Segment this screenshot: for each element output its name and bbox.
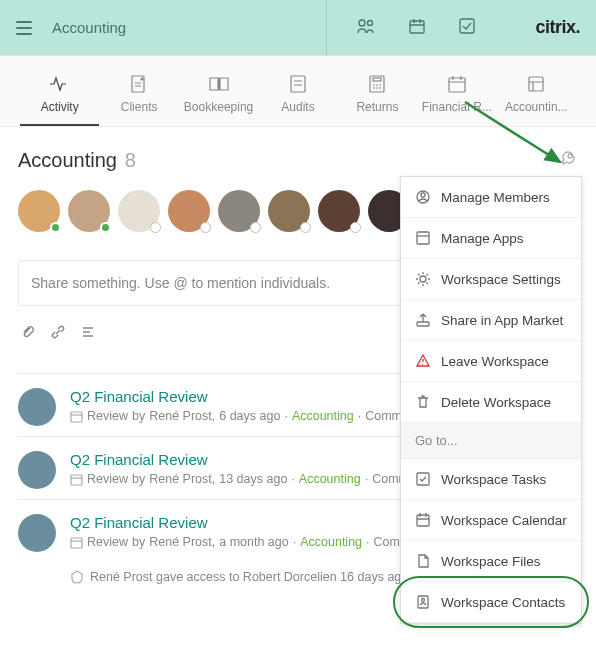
dd-label: Manage Apps — [441, 231, 524, 246]
divider — [326, 0, 327, 56]
dd-workspace-calendar[interactable]: Workspace Calendar — [401, 500, 581, 541]
tab-financial[interactable]: Financial R... — [417, 74, 496, 126]
svg-rect-22 — [417, 515, 429, 526]
dd-workspace-tasks[interactable]: Workspace Tasks — [401, 459, 581, 500]
svg-point-0 — [359, 20, 365, 26]
link-icon[interactable] — [50, 324, 66, 343]
avatar[interactable] — [168, 190, 210, 232]
tab-returns[interactable]: Returns — [338, 74, 417, 126]
calendar-icon[interactable] — [409, 18, 425, 37]
feed-author: René Prost, — [149, 409, 215, 423]
tab-label: Audits — [281, 100, 314, 114]
tab-label: Accountin... — [505, 100, 568, 114]
feed-workspace-link[interactable]: Accounting — [300, 535, 362, 549]
calendar-icon — [70, 410, 83, 423]
status-offline-icon — [150, 222, 161, 233]
tab-label: Clients — [121, 100, 158, 114]
tab-bookkeeping[interactable]: Bookkeeping — [179, 74, 258, 126]
svg-rect-21 — [417, 473, 429, 485]
dd-manage-apps[interactable]: Manage Apps — [401, 218, 581, 259]
svg-rect-13 — [71, 412, 82, 422]
dot: · — [284, 409, 287, 423]
dd-workspace-contacts[interactable]: Workspace Contacts — [401, 582, 581, 623]
dd-label: Share in App Market — [441, 313, 563, 328]
calendar-icon — [70, 473, 83, 486]
dot: · — [291, 472, 294, 486]
avatar[interactable] — [18, 388, 56, 426]
tab-label: Bookkeeping — [184, 100, 253, 114]
check-icon[interactable] — [459, 18, 475, 37]
dd-manage-members[interactable]: Manage Members — [401, 177, 581, 218]
svg-point-19 — [420, 276, 426, 282]
svg-rect-14 — [71, 475, 82, 485]
svg-rect-2 — [410, 21, 424, 33]
svg-point-24 — [422, 599, 425, 602]
tab-accounting[interactable]: Accountin... — [497, 74, 576, 126]
avatar[interactable] — [18, 514, 56, 552]
menu-icon[interactable] — [16, 21, 32, 35]
topbar-icons — [357, 18, 475, 37]
dd-workspace-files[interactable]: Workspace Files — [401, 541, 581, 582]
dot: · — [365, 472, 368, 486]
dd-goto-header: Go to... — [401, 423, 581, 459]
status-online-icon — [100, 222, 111, 233]
avatar[interactable] — [18, 190, 60, 232]
tab-label: Activity — [41, 100, 79, 114]
feed-app: Review — [87, 535, 128, 549]
dd-label: Leave Workspace — [441, 354, 549, 369]
avatar[interactable] — [218, 190, 260, 232]
feed-by: by — [132, 409, 145, 423]
feed-app: Review — [87, 409, 128, 423]
feed-by: by — [132, 472, 145, 486]
dd-label: Workspace Tasks — [441, 472, 546, 487]
calendar-icon — [70, 536, 83, 549]
dd-label: Workspace Files — [441, 554, 541, 569]
svg-rect-3 — [460, 19, 474, 33]
dd-label: Workspace Settings — [441, 272, 561, 287]
top-bar: Accounting citrix. — [0, 0, 596, 56]
feed-time: 6 days ago — [219, 409, 280, 423]
dd-delete-workspace[interactable]: Delete Workspace — [401, 382, 581, 423]
dd-leave-workspace[interactable]: Leave Workspace — [401, 341, 581, 382]
dot: · — [358, 409, 361, 423]
workspace-title[interactable]: Accounting — [52, 19, 266, 36]
people-icon[interactable] — [357, 18, 375, 37]
status-offline-icon — [200, 222, 211, 233]
svg-rect-8 — [373, 78, 381, 81]
tab-label: Financial R... — [422, 100, 492, 114]
dd-workspace-settings[interactable]: Workspace Settings — [401, 259, 581, 300]
feed-workspace-link[interactable]: Accounting — [299, 472, 361, 486]
avatar[interactable] — [68, 190, 110, 232]
dot: · — [366, 535, 369, 549]
citrix-logo: citrix. — [535, 17, 580, 38]
status-offline-icon — [350, 222, 361, 233]
status-offline-icon — [250, 222, 261, 233]
feed-workspace-link[interactable]: Accounting — [292, 409, 354, 423]
dot: · — [293, 535, 296, 549]
svg-rect-6 — [291, 76, 305, 92]
tab-label: Returns — [356, 100, 398, 114]
format-icon[interactable] — [80, 324, 96, 343]
gear-icon[interactable] — [560, 150, 578, 171]
svg-rect-20 — [417, 322, 429, 326]
section-header: Accounting 8 — [18, 149, 578, 172]
avatar[interactable] — [118, 190, 160, 232]
status-offline-icon — [300, 222, 311, 233]
feed-author: René Prost, — [149, 535, 215, 549]
feed-time: a month ago — [219, 535, 289, 549]
avatar[interactable] — [18, 451, 56, 489]
tab-audits[interactable]: Audits — [258, 74, 337, 126]
avatar[interactable] — [318, 190, 360, 232]
tab-clients[interactable]: Clients — [99, 74, 178, 126]
svg-point-5 — [141, 78, 143, 80]
dd-label: Delete Workspace — [441, 395, 551, 410]
attachment-icon[interactable] — [20, 324, 36, 343]
svg-point-17 — [421, 193, 425, 197]
section-count: 8 — [125, 149, 136, 171]
svg-point-1 — [368, 21, 373, 26]
avatar[interactable] — [268, 190, 310, 232]
dd-share-market[interactable]: Share in App Market — [401, 300, 581, 341]
svg-rect-9 — [449, 78, 465, 92]
dd-label: Workspace Calendar — [441, 513, 567, 528]
tab-activity[interactable]: Activity — [20, 74, 99, 126]
